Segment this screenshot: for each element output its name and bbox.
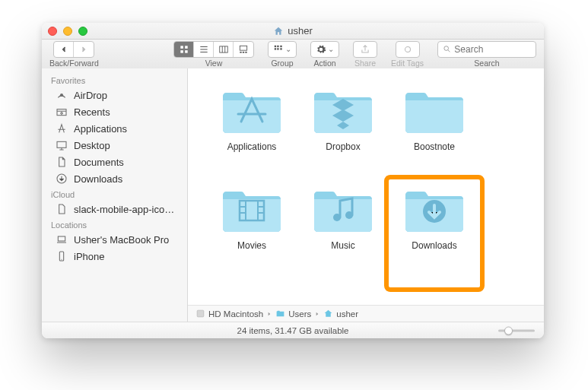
home-icon — [273, 26, 284, 36]
recents-icon — [56, 106, 68, 118]
sidebar-item-label: Applications — [74, 123, 127, 135]
breadcrumb-label: usher — [336, 309, 358, 319]
folder-icon — [310, 181, 377, 234]
breadcrumb-label: HD Macintosh — [208, 309, 263, 319]
search-field[interactable] — [437, 41, 536, 58]
svg-point-28 — [345, 211, 353, 219]
icon-view-button[interactable] — [174, 42, 194, 57]
downloads-icon — [56, 173, 68, 185]
status-bar: 24 items, 31.47 GB available — [42, 322, 544, 338]
tags-group: Edit Tags — [391, 41, 424, 68]
back-button[interactable] — [54, 42, 74, 57]
finder-window: usher Back/Forward View ⌄ Group — [42, 23, 544, 338]
window-title: usher — [42, 25, 544, 36]
folder-label: Movies — [237, 240, 266, 251]
laptop-icon — [56, 233, 68, 246]
breadcrumb-usher[interactable]: usher — [323, 309, 358, 319]
disk-icon — [195, 309, 205, 319]
icon-grid: ApplicationsDropboxBoostnoteMoviesMusicD… — [188, 68, 544, 305]
folder-applications[interactable]: Applications — [206, 82, 297, 181]
edit-tags-button[interactable] — [396, 41, 420, 58]
share-label: Share — [354, 59, 376, 68]
folder-music[interactable]: Music — [297, 181, 389, 280]
group-label: Group — [271, 59, 293, 68]
sidebar-item-label: Documents — [74, 157, 124, 168]
forward-button[interactable] — [74, 42, 94, 57]
sidebar-item-downloads[interactable]: Downloads — [42, 170, 187, 187]
search-input[interactable] — [454, 44, 531, 55]
search-label: Search — [474, 59, 499, 68]
folder-label: Music — [331, 240, 354, 251]
sidebar-item-label: iPhone — [74, 251, 104, 262]
iphone-icon — [56, 250, 68, 262]
gallery-view-button[interactable] — [234, 42, 253, 57]
group-button[interactable]: ⌄ — [268, 41, 297, 58]
sidebar-item-iphone[interactable]: iPhone — [42, 248, 187, 265]
home-icon — [323, 309, 333, 319]
sidebar-item-desktop[interactable]: Desktop — [42, 137, 187, 154]
folder-label: Dropbox — [326, 141, 360, 152]
back-forward-group: Back/Forward — [49, 41, 99, 68]
toolbar: Back/Forward View ⌄ Group ⌄ Action Share — [42, 40, 544, 68]
folder-downloads[interactable]: Downloads — [389, 181, 480, 280]
list-view-button[interactable] — [194, 42, 214, 57]
folder-icon — [275, 309, 285, 319]
documents-icon — [56, 156, 68, 168]
column-view-button[interactable] — [214, 42, 234, 57]
sidebar-item-airdrop[interactable]: AirDrop — [42, 87, 187, 103]
edit-tags-label: Edit Tags — [391, 59, 424, 68]
file-icon — [56, 203, 68, 215]
breadcrumb-users[interactable]: Users — [275, 309, 311, 319]
svg-point-27 — [333, 214, 341, 221]
sidebar: FavoritesAirDropRecentsApplicationsDeskt… — [42, 68, 188, 322]
view-group: View — [173, 41, 254, 68]
breadcrumb-separator-icon — [314, 311, 320, 317]
action-group: ⌄ Action — [310, 41, 339, 68]
folder-dropbox[interactable]: Dropbox — [297, 82, 389, 181]
sidebar-heading: Locations — [42, 217, 187, 231]
applications-icon — [56, 122, 68, 135]
folder-movies[interactable]: Movies — [206, 181, 297, 280]
folder-label: Boostnote — [414, 141, 455, 152]
main-pane: ApplicationsDropboxBoostnoteMoviesMusicD… — [188, 68, 544, 322]
window-title-text: usher — [288, 25, 313, 36]
body: FavoritesAirDropRecentsApplicationsDeskt… — [42, 68, 544, 322]
breadcrumb-hd-macintosh[interactable]: HD Macintosh — [195, 309, 263, 319]
sidebar-item-usher-s-macbook-pro[interactable]: Usher's MacBook Pro — [42, 231, 187, 248]
sidebar-item-applications[interactable]: Applications — [42, 120, 187, 137]
sidebar-item-slack-mobile-app-icon-[interactable]: slack-mobile-app-icon… — [42, 201, 187, 217]
sidebar-item-recents[interactable]: Recents — [42, 103, 187, 120]
folder-icon — [218, 82, 285, 135]
sidebar-item-label: Usher's MacBook Pro — [74, 234, 169, 246]
folder-label: Applications — [227, 141, 277, 152]
path-bar: HD MacintoshUsersusher — [188, 305, 544, 322]
airdrop-icon — [56, 89, 68, 101]
action-button[interactable]: ⌄ — [310, 41, 339, 58]
share-group: Share — [353, 41, 377, 68]
folder-icon — [218, 181, 285, 234]
breadcrumb-label: Users — [288, 309, 311, 319]
status-text: 24 items, 31.47 GB available — [237, 326, 348, 335]
folder-icon — [401, 181, 468, 234]
breadcrumb-separator-icon — [266, 311, 272, 317]
share-button[interactable] — [353, 41, 377, 58]
folder-icon — [401, 82, 468, 135]
desktop-icon — [56, 139, 68, 151]
titlebar: usher — [42, 23, 544, 40]
sidebar-item-label: slack-mobile-app-icon… — [74, 204, 178, 215]
sidebar-item-label: Desktop — [74, 140, 110, 151]
sidebar-heading: Favorites — [42, 73, 187, 87]
sidebar-item-label: AirDrop — [74, 90, 107, 101]
view-label: View — [205, 59, 223, 68]
zoom-slider[interactable] — [498, 329, 535, 331]
action-label: Action — [313, 59, 335, 68]
folder-icon — [310, 82, 377, 135]
back-forward-label: Back/Forward — [49, 59, 99, 68]
folder-boostnote[interactable]: Boostnote — [389, 82, 480, 181]
sidebar-item-documents[interactable]: Documents — [42, 154, 187, 170]
sidebar-item-label: Recents — [74, 106, 110, 118]
search-group: Search — [437, 41, 536, 68]
sidebar-heading: iCloud — [42, 187, 187, 201]
sidebar-item-label: Downloads — [74, 173, 122, 185]
group-group: ⌄ Group — [268, 41, 297, 68]
